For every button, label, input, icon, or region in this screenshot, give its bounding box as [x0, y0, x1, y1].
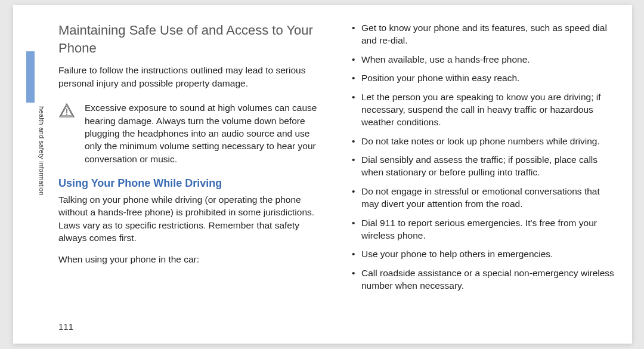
bullet-list: Get to know your phone and its features,… — [347, 21, 614, 298]
list-item: When available, use a hands-free phone. — [347, 53, 614, 66]
warning-triangle-icon — [58, 103, 75, 165]
warning-text: Excessive exposure to sound at high volu… — [85, 101, 326, 165]
document-page: health and safety information Maintainin… — [13, 5, 632, 344]
right-column: Get to know your phone and its features,… — [347, 21, 614, 326]
list-item: Do not engage in stressful or emotional … — [347, 185, 614, 211]
warning-block: Excessive exposure to sound at high volu… — [58, 101, 326, 165]
svg-point-3 — [66, 114, 67, 115]
list-item: Use your phone to help others in emergen… — [347, 248, 614, 260]
list-item: Call roadside assistance or a special no… — [347, 267, 614, 292]
left-column: Maintaining Safe Use of and Access to Yo… — [58, 21, 326, 326]
list-item: Get to know your phone and its features,… — [347, 21, 614, 47]
section-tab — [26, 51, 35, 103]
page-title: Maintaining Safe Use of and Access to Yo… — [58, 21, 326, 57]
list-item: Do not take notes or look up phone numbe… — [347, 135, 614, 147]
list-item: Dial 911 to report serious emergencies. … — [347, 217, 614, 242]
page-number: 111 — [58, 322, 73, 332]
list-intro: When using your phone in the car: — [58, 253, 326, 265]
section-subheading: Using Your Phone While Driving — [58, 177, 326, 190]
driving-paragraph: Talking on your phone while driving (or … — [58, 193, 326, 245]
intro-paragraph: Failure to follow the instructions outli… — [58, 64, 326, 89]
section-vertical-label: health and safety information — [38, 106, 45, 196]
content-area: Maintaining Safe Use of and Access to Yo… — [58, 21, 614, 326]
list-item: Dial sensibly and assess the traffic; if… — [347, 153, 614, 179]
list-item: Position your phone within easy reach. — [347, 72, 614, 84]
list-item: Let the person you are speaking to know … — [347, 91, 614, 129]
